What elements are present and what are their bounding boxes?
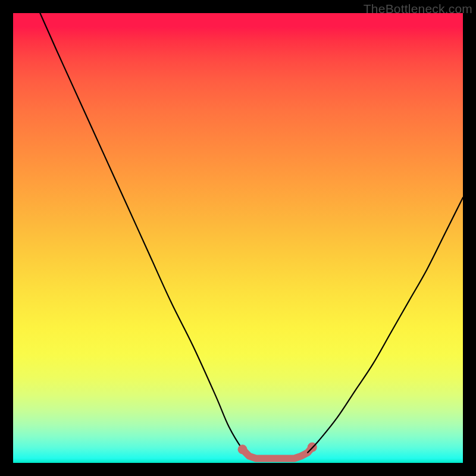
series-valley-marker-endpoint	[238, 444, 248, 454]
watermark-text: TheBottleneck.com	[364, 2, 472, 16]
plot-area	[13, 13, 463, 463]
series-left-curve	[40, 13, 249, 456]
series-right-curve	[308, 198, 463, 453]
series-layer	[40, 13, 463, 458]
chart-frame: TheBottleneck.com	[0, 0, 476, 476]
chart-svg	[13, 13, 463, 463]
series-valley-marker	[243, 447, 312, 459]
